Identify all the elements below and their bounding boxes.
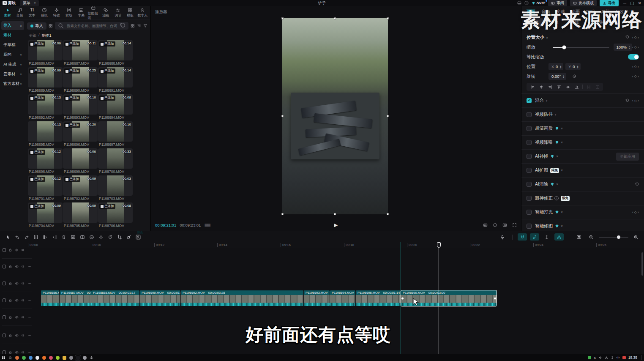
layout-dropdown-icon[interactable] (524, 1, 529, 5)
snap-toggle-icon[interactable] (518, 233, 527, 241)
timeline-clip[interactable]: P1198693.MOV 00: (304, 290, 330, 306)
stepper-icon[interactable]: ▲▼ (628, 46, 630, 49)
ribbon-tab[interactable]: 贴纸 (38, 7, 50, 18)
section-checkbox[interactable] (527, 140, 532, 145)
svip-badge[interactable]: SVIP (532, 1, 546, 5)
more-icon[interactable] (27, 265, 31, 268)
keyframe-controls[interactable]: ‹◇› (632, 98, 639, 103)
lock-icon[interactable] (8, 350, 12, 354)
taskbar-app-icon[interactable] (15, 356, 19, 360)
mute-icon[interactable] (21, 282, 25, 285)
align-top-icon[interactable] (555, 84, 563, 90)
section-checkbox[interactable] (527, 224, 532, 229)
transform-handle[interactable] (281, 115, 284, 117)
reset-icon[interactable] (625, 98, 630, 103)
section-checkbox[interactable] (527, 154, 532, 159)
sidebar-item[interactable]: 云素材 ∨ (1, 70, 24, 79)
more-icon[interactable] (27, 298, 31, 302)
keyframe-controls[interactable]: ‹◇› (632, 45, 639, 49)
taskbar-app-icon[interactable] (35, 356, 39, 360)
mute-icon[interactable] (21, 334, 25, 337)
sort-icon[interactable] (137, 24, 141, 28)
volume-icon[interactable] (599, 356, 602, 359)
tray-app-icon[interactable] (605, 356, 608, 359)
breadcrumb-root[interactable]: 全部 (29, 33, 36, 38)
search-box[interactable] (55, 22, 128, 30)
timeline-tool-icon[interactable] (50, 235, 59, 240)
filter-icon[interactable] (143, 24, 147, 28)
transform-handle[interactable] (387, 17, 389, 19)
lock-icon[interactable] (8, 315, 12, 319)
more-icon[interactable] (27, 282, 31, 285)
sidebar-item[interactable]: 素材 (1, 31, 24, 40)
chevron-down-icon[interactable]: ∨ (546, 99, 548, 102)
timeline-zoom-out-icon[interactable] (587, 235, 596, 240)
timeline-tool-icon[interactable] (96, 235, 106, 240)
import-button[interactable]: 导入 (27, 22, 46, 30)
fullscreen-button[interactable] (512, 223, 517, 227)
align-left-icon[interactable] (528, 84, 536, 90)
timeline-clip[interactable]: P1198692.MOV 00:00:03:28 (181, 290, 303, 306)
transform-handle[interactable] (334, 213, 336, 215)
timeline-tool-icon[interactable] (78, 235, 87, 240)
section-checkbox[interactable] (527, 126, 532, 131)
media-item[interactable]: 已添加 00:09 P1198702.MOV (63, 175, 98, 201)
align-bottom-icon[interactable] (573, 84, 581, 90)
stepper-icon[interactable]: ▲▼ (577, 65, 579, 68)
timeline-tool-icon[interactable] (59, 235, 68, 240)
transform-handle[interactable] (281, 17, 284, 19)
preview-axis-dropdown-icon[interactable] (542, 235, 551, 240)
taskbar-app-icon[interactable] (29, 356, 33, 360)
mute-icon[interactable] (21, 315, 25, 319)
sidebar-item[interactable]: 导入 ∧ (1, 21, 24, 30)
quality-button[interactable] (483, 223, 488, 227)
scale-slider[interactable] (553, 47, 609, 48)
media-item[interactable]: 已添加 00:25 P1198690.MOV (63, 67, 98, 93)
video-canvas[interactable] (282, 18, 388, 214)
more-icon[interactable] (27, 334, 31, 337)
stepper-icon[interactable]: ▲▼ (559, 65, 562, 68)
taskbar-app-icon[interactable] (76, 356, 80, 360)
trim-handle-right[interactable] (494, 297, 496, 299)
ribbon-tab[interactable]: TI 文本 (26, 7, 38, 18)
fit-view-button[interactable] (502, 223, 507, 227)
import-grid-icon[interactable] (49, 24, 53, 28)
battery-icon[interactable] (588, 356, 591, 359)
mute-icon[interactable] (21, 298, 25, 302)
tray-alert-icon[interactable] (622, 356, 626, 359)
taskbar-app-icon[interactable] (63, 356, 66, 360)
export-button[interactable]: 导出 (600, 0, 619, 6)
menu-button[interactable]: 菜单 ∨ (20, 0, 39, 6)
ribbon-tab[interactable]: 调节 (112, 7, 124, 18)
more-icon[interactable] (27, 350, 31, 354)
timeline-tool-icon[interactable] (124, 235, 134, 240)
close-button[interactable]: ✕ (638, 1, 641, 5)
align-right-icon[interactable] (546, 84, 554, 90)
lock-icon[interactable] (8, 248, 12, 252)
section-checkbox[interactable] (527, 98, 532, 103)
play-button[interactable]: ▶ (334, 222, 338, 228)
media-item[interactable]: 已添加 00:10 P1198697.MOV (98, 121, 133, 147)
visibility-icon[interactable] (15, 350, 19, 354)
timeline-tool-icon[interactable] (87, 235, 96, 240)
ribbon-tab[interactable]: 转场 (63, 7, 74, 18)
chevron-down-icon[interactable]: ∨ (561, 169, 563, 172)
timeline-tool-icon[interactable]: 限免 (134, 235, 143, 240)
media-item[interactable]: 已添加 00:09 P1198704.MOV (28, 202, 63, 228)
ribbon-tab[interactable]: 模板 (125, 7, 136, 18)
timeline-clip[interactable]: P1198688.MOV 00:00:01:17 (91, 290, 139, 306)
ribbon-tab[interactable]: 滤镜 (100, 7, 112, 18)
refresh-icon[interactable] (119, 22, 126, 29)
timeline-tool-icon[interactable] (115, 235, 124, 240)
timeline-zoom-in-icon[interactable] (631, 235, 641, 240)
more-icon[interactable] (27, 315, 31, 319)
maximize-button[interactable]: ▢ (630, 1, 634, 5)
taskbar-app-icon[interactable] (49, 356, 53, 360)
mirror-screen-icon[interactable] (574, 235, 584, 240)
align-middle-vertical-icon[interactable] (564, 84, 572, 90)
chevron-down-icon[interactable]: ∨ (561, 141, 563, 144)
keyframe-controls[interactable]: ‹◇› (632, 210, 639, 214)
rotate-value-box[interactable]: 0.00° ▲▼ (548, 73, 566, 80)
taskbar-search-icon[interactable] (8, 356, 12, 360)
timeline-tool-icon[interactable] (31, 235, 41, 240)
